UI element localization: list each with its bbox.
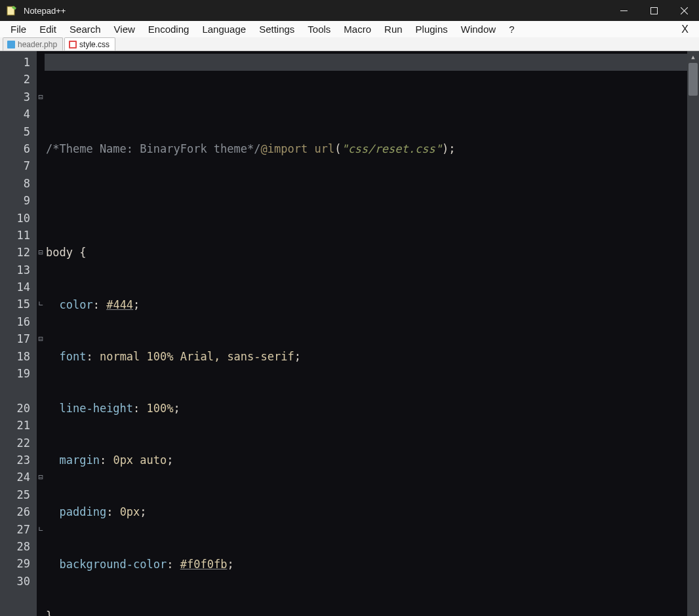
tab-header-php[interactable]: header.php: [3, 37, 63, 50]
current-line-highlight: [45, 54, 687, 71]
menu-settings[interactable]: Settings: [252, 21, 301, 37]
menu-edit[interactable]: Edit: [33, 21, 63, 37]
menu-macro[interactable]: Macro: [337, 21, 378, 37]
svg-rect-2: [7, 41, 15, 48]
menu-file[interactable]: File: [4, 21, 33, 37]
titlebar: Notepad++: [0, 0, 699, 21]
tab-label: header.php: [18, 40, 57, 49]
file-icon: [7, 41, 15, 48]
tab-label: style.css: [79, 40, 110, 49]
menu-language[interactable]: Language: [195, 21, 252, 37]
maximize-button[interactable]: [639, 0, 669, 21]
tabbar: header.php style.css: [0, 37, 699, 51]
line-gutter: 1234567891011121314151617181920212223242…: [0, 51, 37, 616]
menu-encoding[interactable]: Encoding: [142, 21, 196, 37]
file-unsaved-icon: [69, 41, 77, 48]
fold-column[interactable]: ⊟⊟∟⊟⊟∟: [37, 51, 45, 616]
vertical-scrollbar[interactable]: ▲ ▼: [687, 51, 699, 616]
app-icon: [7, 5, 17, 16]
menubar: File Edit Search View Encoding Language …: [0, 21, 699, 37]
tab-close-button[interactable]: X: [681, 24, 699, 35]
code-area[interactable]: /*Theme Name: BinaryFork theme*/@import …: [45, 51, 687, 616]
menu-tools[interactable]: Tools: [301, 21, 337, 37]
menu-help[interactable]: ?: [502, 21, 521, 37]
svg-rect-4: [70, 42, 75, 47]
window-title: Notepad++: [24, 6, 66, 16]
tab-style-css[interactable]: style.css: [64, 37, 115, 50]
scroll-up-icon[interactable]: ▲: [687, 51, 699, 63]
menu-plugins[interactable]: Plugins: [409, 21, 454, 37]
editor[interactable]: 1234567891011121314151617181920212223242…: [0, 51, 699, 616]
close-button[interactable]: [669, 0, 699, 21]
minimize-button[interactable]: [609, 0, 639, 21]
scroll-thumb[interactable]: [689, 63, 698, 96]
svg-rect-1: [650, 7, 657, 14]
menu-window[interactable]: Window: [454, 21, 502, 37]
menu-run[interactable]: Run: [378, 21, 409, 37]
menu-search[interactable]: Search: [63, 21, 108, 37]
menu-view[interactable]: View: [108, 21, 142, 37]
